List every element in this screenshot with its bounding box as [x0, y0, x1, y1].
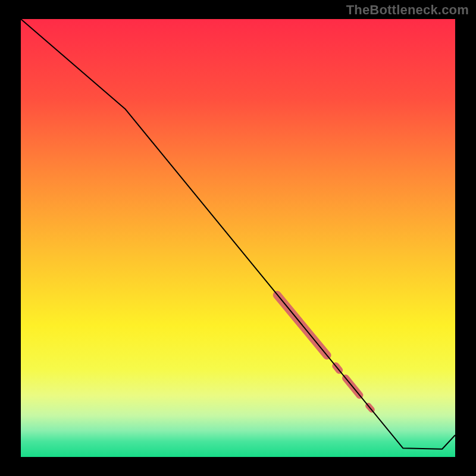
- plot-background: [21, 19, 455, 457]
- chart-canvas: [0, 0, 476, 476]
- chart-figure: TheBottleneck.com: [0, 0, 476, 476]
- watermark-text: TheBottleneck.com: [346, 2, 469, 18]
